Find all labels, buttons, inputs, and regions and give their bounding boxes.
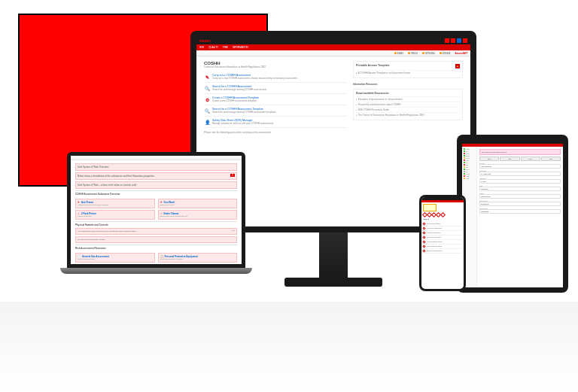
bullet-icon bbox=[422, 222, 425, 225]
substance-card[interactable]: ⚠2 Pack PrimerPrimer basecoat bbox=[75, 210, 155, 220]
section-heading: COSHH Assessment Substance Overview bbox=[75, 190, 237, 197]
form-field: StatusUnder Review bbox=[479, 193, 561, 199]
field-input[interactable]: 12/03/2024 bbox=[479, 187, 561, 191]
action-icon: 👤 bbox=[204, 119, 210, 125]
substance-code: H315-2 bbox=[423, 218, 462, 220]
status-row[interactable]: Pass bbox=[464, 169, 475, 170]
app-topbar: RISKEX bbox=[196, 37, 470, 44]
hazard-statement: Store in ventilated area bbox=[423, 249, 462, 254]
status-row[interactable]: Rev bbox=[464, 166, 475, 168]
status-row[interactable]: Pend bbox=[464, 157, 475, 159]
action-link[interactable]: ⚙Create a COSHH Assessment TemplateCreat… bbox=[204, 94, 347, 105]
section-banner: Safe System of Work - actions to be take… bbox=[75, 181, 237, 189]
bullet-icon bbox=[422, 245, 425, 248]
substance-card[interactable]: 📋Personal Protective EquipmentPPE requir… bbox=[158, 253, 238, 263]
substance-logo bbox=[423, 204, 437, 211]
action-icon: ✎ bbox=[204, 74, 210, 80]
hazard-icon bbox=[440, 212, 446, 217]
status-row[interactable]: OK bbox=[464, 162, 475, 163]
menu-item[interactable]: HSE bbox=[199, 46, 204, 49]
save-button[interactable]: Save bbox=[521, 156, 540, 161]
section-heading: Risk Assessment Resources bbox=[75, 245, 237, 251]
substance-card[interactable]: ⚠Brake CleanerBrake and clutch cleaner a… bbox=[158, 210, 238, 220]
field-input[interactable]: J Smith bbox=[479, 179, 561, 184]
add-button[interactable]: + bbox=[455, 64, 460, 68]
tablet: ActiveLiveOpenDonePendRiskOKFailRevPassN… bbox=[457, 135, 568, 293]
status-row[interactable]: Fail bbox=[464, 164, 475, 166]
bullet-icon bbox=[422, 249, 425, 252]
substance-card[interactable]: ⚑Gun WashCleaning solvent bbox=[158, 199, 238, 208]
action-link[interactable]: 👤Safety Data Sheet (SDS) ManagerManage s… bbox=[204, 117, 347, 128]
substance-card[interactable]: ⚑Anti FreezeAntifreeze solution for engi… bbox=[75, 199, 155, 208]
action-link[interactable]: 🔍Search for a COSHH Assessment TemplateS… bbox=[204, 105, 347, 117]
status-dot-icon bbox=[464, 164, 465, 166]
checklist-row[interactable]: Has information about hazards of the sub… bbox=[75, 228, 237, 235]
page-subtitle: Control of Substances Hazardous to Healt… bbox=[204, 65, 347, 68]
panel-row[interactable]: A COSHH Answer Template in rich document… bbox=[356, 70, 460, 75]
status-dot-icon bbox=[464, 175, 465, 177]
panel-row[interactable]: Frequently asked questions about COSHH bbox=[356, 102, 460, 107]
topbar-btn-2[interactable] bbox=[451, 38, 455, 43]
section-heading: Physical Hazards and Controls bbox=[75, 221, 237, 228]
status-row[interactable]: Live bbox=[464, 150, 475, 152]
status-row[interactable]: Comp bbox=[464, 173, 475, 175]
panel-row[interactable]: The Control of Substances Hazardous to H… bbox=[356, 112, 460, 117]
status-dot-icon bbox=[464, 153, 465, 154]
form-field: ReferenceRA-2023-0112 bbox=[479, 170, 561, 176]
back-button[interactable]: Back bbox=[479, 156, 499, 161]
stat-value: 798.15 bbox=[411, 52, 418, 55]
side-panel: Printable Answer Template+A COSHH Answer… bbox=[353, 61, 463, 78]
field-input[interactable]: Engineering bbox=[479, 202, 561, 206]
status-dot-icon bbox=[464, 148, 465, 150]
field-input[interactable]: Under Review bbox=[479, 194, 561, 199]
status-row[interactable]: Open bbox=[464, 153, 475, 154]
product-brand: AssessNET bbox=[455, 52, 467, 55]
topbar-btn-1[interactable] bbox=[445, 38, 449, 43]
bullet-icon bbox=[422, 226, 425, 229]
status-dot-icon bbox=[464, 155, 465, 156]
form-field: Review Due12/03/2025 bbox=[479, 208, 561, 214]
field-input[interactable]: 12/03/2025 bbox=[479, 209, 561, 214]
status-row[interactable]: Active bbox=[464, 148, 475, 150]
edit-button[interactable]: Edit bbox=[500, 156, 519, 161]
panel-row[interactable]: HSE COSHH Essentials Guide bbox=[356, 107, 460, 112]
status-row[interactable]: Med bbox=[464, 178, 475, 179]
topbar-btn-4[interactable] bbox=[463, 38, 467, 43]
action-link[interactable]: 🔍Search for a COSHH AssessmentSearch for… bbox=[204, 83, 347, 94]
bullet-icon bbox=[422, 236, 425, 239]
menu-item[interactable]: FIRE bbox=[223, 46, 228, 49]
checklist-row[interactable]: No hazardous emissions created bbox=[75, 236, 237, 243]
status-dot-icon bbox=[464, 178, 465, 179]
status-row[interactable]: N/A bbox=[464, 171, 475, 172]
panel-row[interactable]: Examples of good practice in risk preven… bbox=[356, 96, 460, 102]
section-banner: Below shows a breakdown of the substance… bbox=[75, 172, 237, 180]
alert-banner: Task requires review before approval bbox=[479, 149, 561, 155]
footnote: Please note the following points when ca… bbox=[204, 131, 347, 134]
stat-value: 19041 bbox=[397, 52, 403, 55]
form-field: DepartmentEngineering bbox=[479, 200, 561, 206]
status-row[interactable]: High bbox=[464, 175, 475, 177]
action-icon: 🔍 bbox=[204, 85, 210, 91]
topbar-btn-3[interactable] bbox=[457, 38, 461, 43]
status-dot-icon bbox=[464, 166, 465, 168]
status-dot-icon bbox=[464, 162, 465, 163]
status-row[interactable]: Risk bbox=[464, 160, 475, 161]
status-dot-icon bbox=[464, 150, 465, 152]
substance-card[interactable]: 📄General Site AssessmentInitial overall … bbox=[75, 253, 155, 263]
action-link[interactable]: ✎Carry out a COSHH AssessmentCarry out a… bbox=[204, 71, 347, 83]
field-input[interactable]: Main Workshop bbox=[479, 164, 561, 169]
bullet-icon bbox=[422, 240, 425, 243]
status-row[interactable]: Done bbox=[464, 155, 475, 156]
section-banner: Safe System of Work Overview bbox=[75, 163, 237, 171]
side-panel: Downloadable DocumentsExamples of good p… bbox=[353, 89, 463, 120]
field-input[interactable]: RA-2023-0112 bbox=[479, 172, 561, 176]
hazard-pictograms bbox=[423, 213, 462, 217]
tablet-screen: ActiveLiveOpenDonePendRiskOKFailRevPassN… bbox=[462, 140, 563, 287]
menu-item[interactable]: QUALITY bbox=[208, 46, 218, 49]
main-menu: HSE QUALITY FIRE INFORMATION bbox=[196, 44, 470, 50]
form-field: AssessorJ Smith bbox=[479, 178, 561, 184]
menu-item[interactable]: INFORMATION bbox=[233, 46, 248, 49]
print-button[interactable]: Print bbox=[541, 156, 561, 161]
stat-value: £20,824 bbox=[443, 52, 451, 55]
phone-screen: H315-2 Causes skin irritationMay cause d… bbox=[421, 197, 464, 289]
